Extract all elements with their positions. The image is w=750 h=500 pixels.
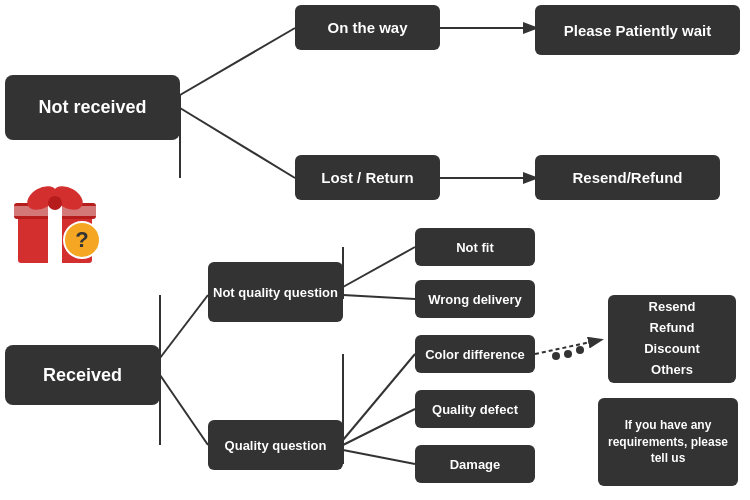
quality-defect-node: Quality defect [415, 390, 535, 428]
svg-line-1 [180, 108, 295, 178]
svg-line-15 [535, 340, 600, 354]
svg-point-16 [552, 352, 560, 360]
wrong-delivery-node: Wrong delivery [415, 280, 535, 318]
not-fit-node: Not fit [415, 228, 535, 266]
svg-point-17 [564, 350, 572, 358]
not-quality-node: Not quality question [208, 262, 343, 322]
svg-line-0 [180, 28, 295, 95]
quality-question-node: Quality question [208, 420, 343, 470]
damage-node: Damage [415, 445, 535, 483]
svg-text:?: ? [75, 227, 88, 252]
lost-return-node: Lost / Return [295, 155, 440, 200]
if-requirements-node: If you have any requirements, please tel… [598, 398, 738, 486]
svg-line-5 [160, 295, 208, 358]
gift-icon: ? [10, 170, 110, 270]
please-wait-node: Please Patiently wait [535, 5, 740, 55]
svg-line-8 [343, 247, 415, 287]
diagram: ? Not received On the way Please Patient… [0, 0, 750, 500]
resend-refund-top-node: Resend/Refund [535, 155, 720, 200]
svg-line-11 [343, 354, 415, 440]
svg-line-9 [343, 295, 415, 299]
svg-line-6 [160, 375, 208, 445]
resend-options-node: Resend Refund Discount Others [608, 295, 736, 383]
svg-point-18 [576, 346, 584, 354]
svg-line-12 [343, 409, 415, 445]
received-node: Received [5, 345, 160, 405]
on-the-way-node: On the way [295, 5, 440, 50]
color-difference-node: Color difference [415, 335, 535, 373]
not-received-node: Not received [5, 75, 180, 140]
svg-point-25 [48, 196, 62, 210]
svg-line-13 [343, 450, 415, 464]
